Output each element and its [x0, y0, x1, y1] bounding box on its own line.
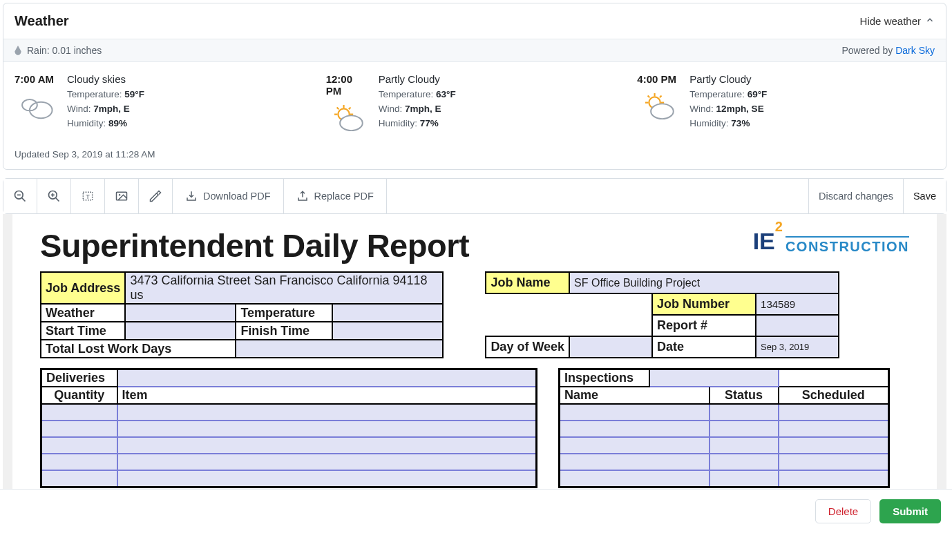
dark-sky-link[interactable]: Dark Sky: [895, 45, 935, 56]
insp-sched-cell[interactable]: [779, 404, 889, 421]
delivery-item-cell[interactable]: [117, 454, 537, 470]
label-start-time: Start Time: [41, 322, 125, 340]
field-report-num[interactable]: [756, 315, 839, 336]
insp-status-cell[interactable]: [710, 404, 779, 421]
period-time: 4:00 PM: [637, 73, 678, 85]
svg-line-5: [336, 108, 339, 110]
download-pdf-button[interactable]: Download PDF: [173, 179, 284, 213]
image-button[interactable]: [105, 179, 139, 213]
period-temperature: Temperature: 63°F: [379, 89, 456, 99]
insp-sched-cell[interactable]: [779, 470, 889, 487]
weather-card: Weather Hide weather Rain: 0.01 inches P…: [3, 3, 946, 170]
field-start-time[interactable]: [125, 322, 236, 340]
powered-by: Powered by Dark Sky: [841, 45, 935, 56]
label-job-address: Job Address: [41, 272, 125, 304]
save-button[interactable]: Save: [904, 179, 946, 213]
insp-status-cell[interactable]: [710, 454, 779, 470]
hide-weather-label: Hide weather: [860, 15, 921, 27]
field-day-of-week[interactable]: [569, 336, 652, 358]
insp-name-cell[interactable]: [560, 404, 710, 421]
insp-sched-cell[interactable]: [779, 454, 889, 470]
period-wind: Wind: 7mph, E: [67, 104, 144, 114]
inspections-title-cell[interactable]: [649, 369, 779, 387]
label-job-name: Job Name: [486, 272, 569, 293]
delivery-qty-cell[interactable]: [41, 404, 117, 421]
insp-sched-cell[interactable]: [779, 437, 889, 454]
powered-prefix: Powered by: [841, 45, 895, 56]
svg-line-20: [56, 198, 59, 202]
period-condition: Partly Cloudy: [689, 73, 767, 85]
insp-name-cell[interactable]: [560, 421, 710, 437]
weather-header: Weather Hide weather: [3, 3, 946, 39]
delete-button[interactable]: Delete: [815, 499, 871, 523]
delivery-item-cell[interactable]: [117, 404, 537, 421]
weather-period: 12:00 PM Partly Cloudy Temperature: 63°F…: [326, 73, 624, 139]
discard-label: Discard changes: [819, 191, 893, 202]
period-wind: Wind: 7mph, E: [379, 104, 456, 114]
svg-point-15: [651, 104, 674, 119]
replace-pdf-label: Replace PDF: [314, 191, 374, 202]
delivery-qty-cell[interactable]: [41, 454, 117, 470]
svg-text:T: T: [86, 193, 90, 200]
svg-point-8: [340, 115, 363, 131]
label-finish-time: Finish Time: [236, 322, 332, 340]
col-scheduled: Scheduled: [779, 387, 889, 404]
zoom-out-button[interactable]: [3, 179, 37, 213]
insp-name-cell[interactable]: [560, 454, 710, 470]
submit-button[interactable]: Submit: [879, 499, 941, 523]
svg-line-12: [648, 96, 650, 98]
weather-period: 4:00 PM Partly Cloudy Temperature: 69°F …: [637, 73, 935, 139]
delivery-qty-cell[interactable]: [41, 437, 117, 454]
delivery-item-cell[interactable]: [117, 470, 537, 487]
rain-value: Rain: 0.01 inches: [27, 45, 102, 56]
inspections-heading: Inspections: [560, 369, 649, 387]
field-date[interactable]: Sep 3, 2019: [756, 336, 839, 358]
text-box-button[interactable]: T: [71, 179, 105, 213]
footer-bar: Delete Submit: [0, 489, 952, 533]
replace-pdf-button[interactable]: Replace PDF: [284, 179, 387, 213]
delivery-item-cell[interactable]: [117, 421, 537, 437]
period-humidity: Humidity: 73%: [689, 118, 767, 128]
svg-point-26: [119, 194, 121, 196]
svg-line-6: [348, 108, 350, 110]
field-job-name[interactable]: SF Office Building Project: [569, 272, 839, 293]
hide-weather-button[interactable]: Hide weather: [860, 15, 935, 27]
insp-status-cell[interactable]: [710, 470, 779, 487]
weather-periods: 7:00 AM Cloudy skies Temperature: 59°F W…: [3, 62, 946, 145]
insp-sched-cell[interactable]: [779, 421, 889, 437]
deliveries-title-cell[interactable]: [117, 369, 537, 387]
raindrop-icon: [15, 46, 21, 55]
field-total-lost[interactable]: [236, 340, 443, 358]
field-job-address[interactable]: 3473 California Street San Francisco Cal…: [125, 272, 443, 304]
logo-construction: CONSTRUCTION: [786, 236, 909, 255]
col-quantity: Quantity: [41, 387, 117, 404]
insp-status-cell[interactable]: [710, 437, 779, 454]
partly-cloudy-icon: [326, 97, 369, 139]
right-form-table: Job Name SF Office Building Project Job …: [485, 271, 839, 358]
insp-status-cell[interactable]: [710, 421, 779, 437]
zoom-in-button[interactable]: [37, 179, 71, 213]
field-job-number[interactable]: 134589: [756, 293, 839, 315]
field-finish-time[interactable]: [332, 322, 443, 340]
discard-changes-button[interactable]: Discard changes: [808, 179, 904, 213]
cloud-icon: [15, 85, 57, 128]
insp-name-cell[interactable]: [560, 437, 710, 454]
period-humidity: Humidity: 89%: [67, 118, 144, 128]
logo-ie: IE: [753, 228, 775, 254]
delivery-qty-cell[interactable]: [41, 421, 117, 437]
field-temperature[interactable]: [332, 304, 443, 322]
label-report-num: Report #: [652, 315, 756, 336]
document-page: IE2 CONSTRUCTION Superintendent Daily Re…: [12, 214, 937, 489]
download-pdf-label: Download PDF: [203, 191, 271, 202]
delivery-item-cell[interactable]: [117, 437, 537, 454]
draw-button[interactable]: [139, 179, 173, 213]
rain-bar: Rain: 0.01 inches Powered by Dark Sky: [3, 39, 946, 62]
svg-line-13: [660, 96, 662, 98]
insp-name-cell[interactable]: [560, 470, 710, 487]
label-day-of-week: Day of Week: [486, 336, 569, 358]
label-date: Date: [652, 336, 756, 358]
document-viewport[interactable]: IE2 CONSTRUCTION Superintendent Daily Re…: [3, 214, 946, 489]
delivery-qty-cell[interactable]: [41, 470, 117, 487]
field-weather[interactable]: [125, 304, 236, 322]
pdf-toolbar: T Download PDF Replace PDF Discard chang…: [3, 178, 946, 214]
